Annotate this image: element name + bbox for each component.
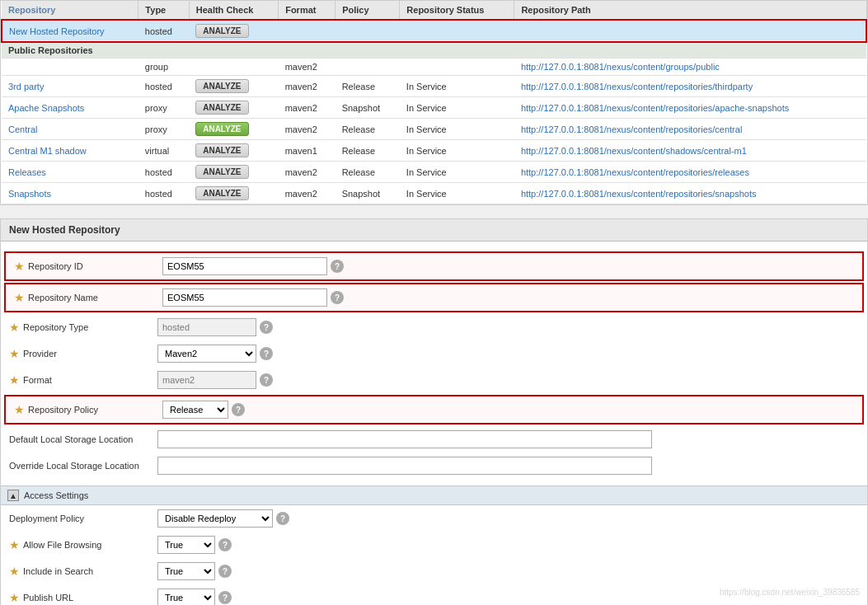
- allow-file-browsing-help-icon[interactable]: ?: [218, 538, 232, 551]
- table-cell-path[interactable]: http://127.0.0.1:8081/nexus/content/repo…: [514, 119, 866, 140]
- include-in-search-row: ★ Include in Search True False ?: [1, 558, 867, 584]
- repository-policy-select[interactable]: Release Snapshot Mixed: [162, 401, 228, 419]
- table-cell-type: hosted: [138, 162, 189, 183]
- table-cell-policy: Release: [335, 140, 400, 162]
- col-repository[interactable]: Repository: [2, 1, 138, 20]
- table-cell-repo-name[interactable]: Snapshots: [2, 183, 138, 204]
- col-status[interactable]: Repository Status: [400, 1, 514, 20]
- analyze-button[interactable]: ANALYZE: [195, 143, 248, 157]
- table-cell-health: ANALYZE: [189, 140, 278, 162]
- deployment-policy-label: Deployment Policy: [9, 514, 157, 523]
- repository-name-row: ★ Repository Name ?: [4, 283, 864, 312]
- repository-id-row: ★ Repository ID ?: [4, 251, 864, 281]
- analyze-button[interactable]: ANALYZE: [195, 122, 248, 136]
- table-cell-status: In Service: [400, 76, 514, 97]
- repo-path-link[interactable]: http://127.0.0.1:8081/nexus/content/repo…: [521, 167, 749, 177]
- publish-url-help-icon[interactable]: ?: [218, 591, 232, 604]
- table-cell-path[interactable]: http://127.0.0.1:8081/nexus/content/repo…: [514, 76, 866, 97]
- repository-id-help-icon[interactable]: ?: [331, 260, 344, 273]
- table-cell-type: hosted: [138, 183, 189, 204]
- analyze-button[interactable]: ANALYZE: [195, 24, 248, 38]
- repo-path-link[interactable]: http://127.0.0.1:8081/nexus/content/repo…: [521, 124, 742, 134]
- repository-table-container: Repository Type Health Check Format Poli…: [0, 0, 868, 205]
- access-settings-collapse-btn[interactable]: ▲: [7, 490, 19, 501]
- table-cell-repo-name[interactable]: Releases: [2, 162, 138, 183]
- col-type[interactable]: Type: [138, 1, 189, 20]
- allow-file-browsing-select[interactable]: True False: [157, 536, 215, 554]
- provider-label: ★ Provider: [9, 347, 157, 360]
- repo-path-link[interactable]: http://127.0.0.1:8081/nexus/content/repo…: [521, 189, 757, 199]
- table-cell-repo-name[interactable]: New Hosted Repository: [2, 20, 138, 42]
- repo-path-link[interactable]: http://127.0.0.1:8081/nexus/content/shad…: [521, 146, 747, 156]
- col-health-check[interactable]: Health Check: [189, 1, 278, 20]
- col-format[interactable]: Format: [279, 1, 335, 20]
- repository-type-help-icon[interactable]: ?: [260, 321, 273, 334]
- analyze-button[interactable]: ANALYZE: [195, 79, 248, 93]
- table-cell-status: [400, 59, 514, 76]
- col-path[interactable]: Repository Path: [514, 1, 866, 20]
- repository-table: Repository Type Health Check Format Poli…: [1, 1, 867, 204]
- table-cell-status: In Service: [400, 140, 514, 162]
- required-star-publish: ★: [9, 591, 20, 604]
- provider-row: ★ Provider Maven2 Maven1 ?: [1, 340, 867, 367]
- format-row: ★ Format ?: [1, 367, 867, 393]
- table-cell-type: group: [138, 59, 189, 76]
- table-cell-path[interactable]: http://127.0.0.1:8081/nexus/content/grou…: [514, 59, 866, 76]
- include-in-search-help-icon[interactable]: ?: [218, 565, 232, 578]
- required-star-name: ★: [14, 291, 25, 304]
- publish-url-select[interactable]: True False: [157, 589, 215, 605]
- repo-path-link[interactable]: http://127.0.0.1:8081/nexus/content/repo…: [521, 82, 753, 91]
- table-cell-path[interactable]: [514, 20, 866, 42]
- table-cell-format: maven1: [279, 140, 335, 162]
- table-cell-health: ANALYZE: [189, 183, 278, 204]
- table-cell-policy: Release: [335, 119, 400, 140]
- table-cell-repo-name[interactable]: Central M1 shadow: [2, 140, 138, 162]
- analyze-button[interactable]: ANALYZE: [195, 165, 248, 179]
- table-cell-policy: Snapshot: [335, 183, 400, 204]
- required-star-policy: ★: [14, 403, 25, 416]
- include-in-search-select[interactable]: True False: [157, 562, 215, 580]
- table-cell-path[interactable]: http://127.0.0.1:8081/nexus/content/repo…: [514, 183, 866, 204]
- allow-file-browsing-row: ★ Allow File Browsing True False ?: [1, 532, 867, 558]
- required-star-id: ★: [14, 260, 25, 273]
- form-section-title: New Hosted Repository: [1, 219, 867, 242]
- table-cell-health: ANALYZE: [189, 97, 278, 119]
- repository-name-help-icon[interactable]: ?: [331, 291, 344, 304]
- repository-id-input[interactable]: [162, 257, 327, 275]
- table-cell-format: maven2: [279, 76, 335, 97]
- table-cell-path[interactable]: http://127.0.0.1:8081/nexus/content/shad…: [514, 140, 866, 162]
- col-policy[interactable]: Policy: [335, 1, 400, 20]
- analyze-button[interactable]: ANALYZE: [195, 101, 248, 115]
- repository-policy-row: ★ Repository Policy Release Snapshot Mix…: [4, 395, 864, 424]
- repository-id-label: ★ Repository ID: [14, 260, 162, 273]
- repo-path-link[interactable]: http://127.0.0.1:8081/nexus/content/repo…: [521, 103, 789, 113]
- table-cell-repo-name[interactable]: Central: [2, 119, 138, 140]
- section-header-label: Public Repositories: [8, 45, 93, 55]
- required-star-browsing: ★: [9, 538, 20, 551]
- provider-help-icon[interactable]: ?: [260, 347, 273, 360]
- required-star-provider: ★: [9, 347, 20, 360]
- deployment-policy-help-icon[interactable]: ?: [276, 512, 289, 525]
- table-cell-repo-name[interactable]: 3rd party: [2, 76, 138, 97]
- table-cell-health: [189, 59, 278, 76]
- include-in-search-label: ★ Include in Search: [9, 565, 157, 578]
- repository-type-row: ★ Repository Type ?: [1, 314, 867, 340]
- default-local-storage-label: Default Local Storage Location: [9, 434, 157, 444]
- override-local-storage-input[interactable]: [157, 457, 652, 475]
- format-help-icon[interactable]: ?: [260, 373, 273, 387]
- table-cell-policy: [335, 59, 400, 76]
- table-cell-path[interactable]: http://127.0.0.1:8081/nexus/content/repo…: [514, 162, 866, 183]
- table-cell-status: In Service: [400, 183, 514, 204]
- format-input: [157, 371, 256, 389]
- required-star-format: ★: [9, 373, 20, 387]
- table-cell-health: ANALYZE: [189, 76, 278, 97]
- publish-url-label: ★ Publish URL: [9, 591, 157, 604]
- repository-policy-help-icon[interactable]: ?: [232, 403, 245, 416]
- table-cell-repo-name[interactable]: Apache Snapshots: [2, 97, 138, 119]
- analyze-button[interactable]: ANALYZE: [195, 186, 248, 200]
- repository-name-input[interactable]: [162, 288, 327, 307]
- table-cell-path[interactable]: http://127.0.0.1:8081/nexus/content/repo…: [514, 97, 866, 119]
- provider-select[interactable]: Maven2 Maven1: [157, 345, 256, 363]
- table-cell-status: In Service: [400, 97, 514, 119]
- deployment-policy-select[interactable]: Disable Redeploy Allow Redeploy Read Onl…: [157, 509, 273, 528]
